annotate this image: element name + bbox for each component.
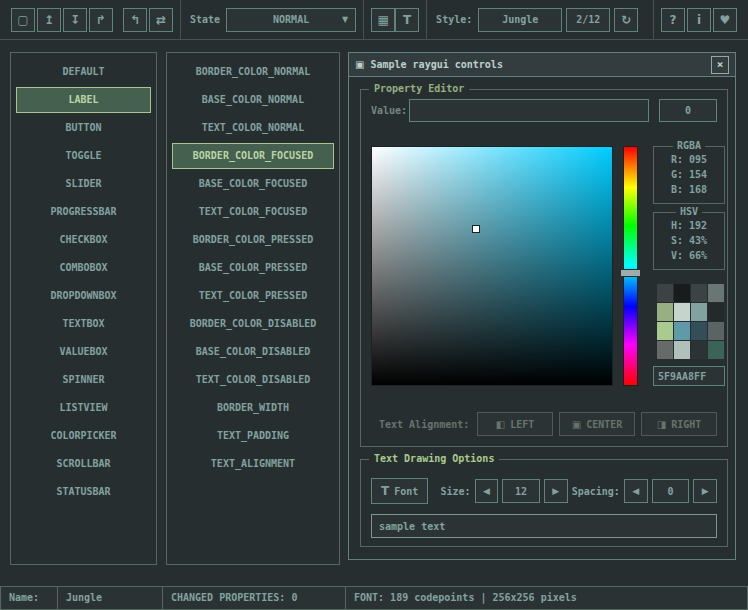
reload-style-button[interactable]: ↻: [614, 8, 638, 32]
color-swatch[interactable]: [691, 303, 707, 321]
list-item[interactable]: CHECKBOX: [16, 227, 151, 253]
window-titlebar[interactable]: ▣ Sample raygui controls ×: [349, 53, 735, 77]
style-name-button[interactable]: Jungle: [478, 8, 562, 32]
randomize-style-button[interactable]: ⇄: [149, 8, 173, 32]
color-swatch[interactable]: [691, 322, 707, 340]
save-style-button[interactable]: ↧: [63, 8, 87, 32]
sponsor-button[interactable]: ♥: [713, 8, 737, 32]
load-style-button[interactable]: ↥: [37, 8, 61, 32]
list-item[interactable]: DEFAULT: [16, 59, 151, 85]
chevron-down-icon: ▼: [342, 15, 348, 24]
list-item[interactable]: TEXT_PADDING: [172, 423, 334, 449]
size-value[interactable]: 12: [502, 479, 540, 503]
color-picker[interactable]: [371, 146, 613, 386]
align-left-label: LEFT: [510, 419, 534, 430]
hsv-saturation-value: S: 43%: [654, 233, 724, 248]
list-item[interactable]: BASE_COLOR_DISABLED: [172, 339, 334, 365]
color-swatch[interactable]: [657, 341, 673, 359]
size-decrease-button[interactable]: ◀: [475, 479, 499, 503]
align-center-button[interactable]: ▣ CENTER: [559, 412, 635, 436]
color-swatch[interactable]: [691, 284, 707, 302]
size-increase-button[interactable]: ▶: [544, 479, 568, 503]
list-item[interactable]: LABEL: [16, 87, 151, 113]
list-item[interactable]: BUTTON: [16, 115, 151, 141]
color-swatch[interactable]: [708, 303, 724, 321]
hue-slider[interactable]: [623, 146, 638, 386]
list-item[interactable]: PROGRESSBAR: [16, 199, 151, 225]
new-style-button[interactable]: ▢: [11, 8, 35, 32]
controls-list: DEFAULT LABEL BUTTON TOGGLE SLIDER PROGR…: [11, 53, 156, 511]
align-left-button[interactable]: ◧ LEFT: [477, 412, 553, 436]
font-button[interactable]: T Font: [371, 478, 428, 504]
align-center-icon: ▣: [572, 419, 581, 430]
color-swatch[interactable]: [708, 322, 724, 340]
color-swatch[interactable]: [674, 322, 690, 340]
status-font-info: FONT: 189 codepoints | 256x256 pixels: [345, 586, 748, 610]
list-item[interactable]: COMBOBOX: [16, 255, 151, 281]
state-dropdown[interactable]: NORMAL ▼: [226, 8, 356, 32]
hsv-value-value: V: 66%: [654, 248, 724, 263]
color-swatch[interactable]: [657, 303, 673, 321]
hsv-panel: HSV H: 192 S: 43% V: 66%: [653, 212, 725, 270]
color-swatch[interactable]: [674, 303, 690, 321]
spacing-value[interactable]: 0: [652, 479, 690, 503]
hue-slider-handle[interactable]: [620, 269, 641, 277]
list-item[interactable]: DROPDOWNBOX: [16, 283, 151, 309]
list-item[interactable]: TEXT_COLOR_NORMAL: [172, 115, 334, 141]
import-palette-button[interactable]: ↰: [123, 8, 147, 32]
list-item[interactable]: BORDER_COLOR_DISABLED: [172, 311, 334, 337]
toolbar-separator: [180, 0, 181, 40]
align-right-button[interactable]: ◨ RIGHT: [641, 412, 717, 436]
list-item[interactable]: TEXT_COLOR_PRESSED: [172, 283, 334, 309]
list-item[interactable]: SLIDER: [16, 171, 151, 197]
list-item[interactable]: TEXT_ALIGNMENT: [172, 451, 334, 477]
hex-value-box[interactable]: 5F9AA8FF: [653, 366, 725, 386]
font-atlas-button[interactable]: T: [395, 8, 419, 32]
list-item[interactable]: TEXT_COLOR_FOCUSED: [172, 199, 334, 225]
close-window-button[interactable]: ×: [711, 56, 729, 74]
style-label: Style:: [436, 14, 472, 25]
value-button[interactable]: 0: [659, 99, 717, 122]
list-item[interactable]: BASE_COLOR_FOCUSED: [172, 171, 334, 197]
style-index-button[interactable]: 2/12: [566, 8, 610, 32]
list-item[interactable]: LISTVIEW: [16, 395, 151, 421]
color-swatch[interactable]: [708, 284, 724, 302]
list-item[interactable]: TEXT_COLOR_DISABLED: [172, 367, 334, 393]
list-item[interactable]: TEXTBOX: [16, 311, 151, 337]
toolbar: ▢ ↥ ↧ ↱ ↰ ⇄ State NORMAL ▼ ▦ T Style: Ju…: [0, 0, 748, 40]
list-item[interactable]: BORDER_COLOR_PRESSED: [172, 227, 334, 253]
list-item[interactable]: VALUEBOX: [16, 339, 151, 365]
list-item[interactable]: BASE_COLOR_NORMAL: [172, 87, 334, 113]
list-item[interactable]: TOGGLE: [16, 143, 151, 169]
list-item[interactable]: SCROLLBAR: [16, 451, 151, 477]
color-swatch[interactable]: [657, 284, 673, 302]
color-swatch[interactable]: [674, 284, 690, 302]
list-item[interactable]: COLORPICKER: [16, 423, 151, 449]
shuffle-icon: ⇄: [156, 14, 166, 26]
color-swatch[interactable]: [691, 341, 707, 359]
help-button[interactable]: ?: [661, 8, 685, 32]
list-item[interactable]: STATUSBAR: [16, 479, 151, 505]
left-arrow-icon: ◀: [483, 486, 490, 496]
toolbar-separator: [426, 0, 427, 40]
left-arrow-icon: ◀: [632, 486, 639, 496]
value-input[interactable]: [409, 99, 649, 122]
spacing-increase-button[interactable]: ▶: [693, 479, 717, 503]
list-item[interactable]: BORDER_WIDTH: [172, 395, 334, 421]
list-item[interactable]: BASE_COLOR_PRESSED: [172, 255, 334, 281]
list-item[interactable]: BORDER_COLOR_FOCUSED: [172, 143, 334, 169]
color-picker-cursor[interactable]: [472, 225, 480, 233]
import-icon: ↰: [130, 14, 140, 26]
list-item[interactable]: SPINNER: [16, 367, 151, 393]
list-item[interactable]: BORDER_COLOR_NORMAL: [172, 59, 334, 85]
color-swatch[interactable]: [657, 322, 673, 340]
style-table-button[interactable]: ▦: [371, 8, 395, 32]
spacing-decrease-button[interactable]: ◀: [624, 479, 648, 503]
statusbar: Name: Jungle CHANGED PROPERTIES: 0 FONT:…: [0, 586, 748, 610]
color-swatch[interactable]: [708, 341, 724, 359]
export-style-button[interactable]: ↱: [89, 8, 113, 32]
color-swatch[interactable]: [674, 341, 690, 359]
font-options-row: T Font Size: ◀ 12 ▶ Spacing: ◀ 0 ▶: [371, 478, 717, 504]
sample-text-input[interactable]: [371, 514, 717, 538]
about-button[interactable]: i: [687, 8, 711, 32]
